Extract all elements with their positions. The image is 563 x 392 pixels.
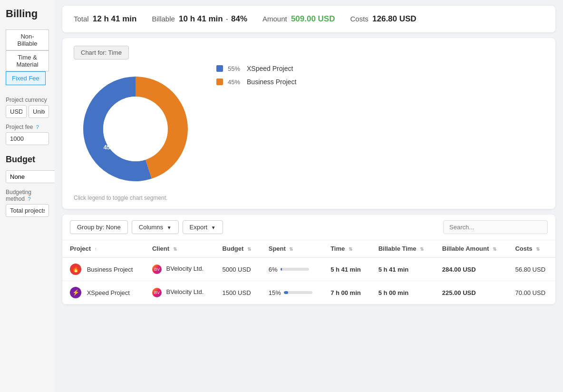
legend-xspeed-color	[216, 65, 223, 72]
client-name-0: BVelocity Ltd.	[166, 265, 204, 272]
cell-time-1: 7 h 00 min	[323, 281, 371, 304]
cell-project-1: ⚡ XSpeed Project	[62, 281, 145, 304]
cell-costs-0: 56.80 USD	[507, 257, 555, 281]
table-toolbar: Group by: None Columns ▼ Export ▼	[62, 215, 555, 240]
blue-pct-label: 55%	[148, 127, 160, 134]
chart-hint: Click legend to toggle chart segment.	[74, 195, 167, 201]
cell-project-0: 🔥 Business Project	[62, 257, 145, 281]
col-project: Project ↑	[62, 240, 145, 258]
chart-for-button[interactable]: Chart for: Time	[74, 46, 129, 59]
project-avatar-0: 🔥	[70, 264, 81, 275]
cell-billable-time-1: 5 h 00 min	[371, 281, 435, 304]
main-content: Total 12 h 41 min Billable 10 h 41 min -…	[55, 0, 563, 392]
budget-title: Budget	[6, 155, 49, 165]
spent-progress-1: 15%	[269, 289, 312, 296]
columns-arrow-icon: ▼	[167, 225, 172, 230]
donut-svg: 45% 55%	[74, 67, 197, 191]
sort-costs-icon[interactable]: ⇅	[536, 246, 540, 252]
sort-client-icon[interactable]: ⇅	[173, 246, 177, 252]
col-time: Time ⇅	[323, 240, 371, 258]
legend-business[interactable]: 45% Business Project	[216, 78, 296, 86]
spent-pct-1: 15%	[269, 289, 281, 296]
stats-row: Total 12 h 41 min Billable 10 h 41 min -…	[74, 14, 544, 24]
sort-billable-time-icon[interactable]: ⇅	[420, 246, 424, 252]
col-billable-amount: Billable Amount ⇅	[435, 240, 508, 258]
cell-billable-amount-0: 284.00 USD	[435, 257, 508, 281]
fee-help-icon: ?	[36, 124, 39, 130]
billable-stat: Billable 10 h 41 min - 84%	[152, 14, 247, 24]
spent-progress-0: 6%	[269, 266, 309, 273]
sidebar-title: Billing	[6, 8, 49, 20]
sort-time-icon[interactable]: ⇅	[349, 246, 352, 252]
col-client: Client ⇅	[145, 240, 215, 258]
col-billable-time: Billable Time ⇅	[371, 240, 435, 258]
cell-billable-time-0: 5 h 41 min	[371, 257, 435, 281]
cell-client-1: BV BVelocity Ltd.	[145, 281, 215, 304]
currency-code-input[interactable]	[6, 105, 27, 118]
orange-pct-label: 45%	[103, 144, 116, 151]
data-table: Project ↑ Client ⇅ Budget ⇅ Spent ⇅	[62, 240, 555, 304]
tab-time-material[interactable]: Time & Material	[6, 50, 49, 71]
cell-billable-amount-1: 225.00 USD	[435, 281, 508, 304]
table-row: 🔥 Business Project BV BVelocity Ltd. 500…	[62, 257, 555, 281]
fee-input[interactable]	[6, 132, 49, 145]
sort-spent-icon[interactable]: ⇅	[289, 246, 293, 252]
progress-bar-1	[284, 291, 312, 294]
columns-button[interactable]: Columns ▼	[132, 220, 179, 234]
budgeting-help-icon: ?	[28, 196, 30, 202]
sort-billable-amount-icon[interactable]: ⇅	[493, 246, 496, 252]
cell-budget-0: 5000 USD	[215, 257, 261, 281]
table-header-row: Project ↑ Client ⇅ Budget ⇅ Spent ⇅	[62, 240, 555, 258]
group-by-button[interactable]: Group by: None	[70, 220, 128, 234]
spent-pct-0: 6%	[269, 266, 278, 273]
cell-time-0: 5 h 41 min	[323, 257, 371, 281]
tab-non-billable[interactable]: Non-Billable	[6, 29, 49, 50]
currency-label: Project currency	[6, 97, 49, 103]
tab-fixed-fee[interactable]: Fixed Fee	[6, 71, 46, 85]
col-spent: Spent ⇅	[261, 240, 323, 258]
budgeting-label: Budgeting method ?	[6, 189, 49, 202]
export-button[interactable]: Export ▼	[183, 220, 223, 234]
project-name-0: Business Project	[87, 266, 133, 273]
table-row: ⚡ XSpeed Project BV BVelocity Ltd. 1500 …	[62, 281, 555, 304]
export-arrow-icon: ▼	[211, 225, 216, 230]
search-input[interactable]	[443, 220, 548, 234]
progress-fill-0	[281, 268, 282, 271]
sort-project-icon[interactable]: ↑	[95, 246, 97, 252]
col-budget: Budget ⇅	[215, 240, 261, 258]
chart-legend: 55% XSpeed Project 45% Business Project	[216, 65, 296, 86]
currency-name-input[interactable]	[29, 105, 49, 118]
col-costs: Costs ⇅	[507, 240, 555, 258]
project-name-1: XSpeed Project	[87, 289, 130, 296]
legend-business-color	[216, 78, 223, 85]
table-body: 🔥 Business Project BV BVelocity Ltd. 500…	[62, 257, 555, 304]
client-avatar-0: BV	[152, 265, 162, 274]
cell-budget-1: 1500 USD	[215, 281, 261, 304]
fee-label: Project fee ?	[6, 124, 49, 130]
cell-spent-0: 6%	[261, 257, 323, 281]
project-avatar-1: ⚡	[70, 287, 81, 298]
client-avatar-1: BV	[152, 288, 162, 297]
cell-spent-1: 15%	[261, 281, 323, 304]
total-label: Total 12 h 41 min	[74, 14, 136, 24]
amount-stat: Amount 509.00 USD	[262, 14, 335, 24]
sidebar: Billing Non-Billable Time & Material Fix…	[0, 0, 55, 392]
budget-row: ▶	[6, 170, 49, 183]
chart-left: Chart for: Time	[74, 46, 197, 201]
progress-bar-0	[281, 268, 309, 271]
budgeting-input[interactable]	[6, 204, 49, 217]
cell-costs-1: 70.00 USD	[507, 281, 555, 304]
cell-client-0: BV BVelocity Ltd.	[145, 257, 215, 281]
stats-card: Total 12 h 41 min Billable 10 h 41 min -…	[62, 6, 555, 32]
table-section: Group by: None Columns ▼ Export ▼ Projec…	[62, 215, 555, 304]
sort-budget-icon[interactable]: ⇅	[247, 246, 251, 252]
donut-chart: 45% 55% 45% 55%	[74, 67, 197, 191]
costs-stat: Costs 126.80 USD	[350, 14, 417, 24]
legend-xspeed[interactable]: 55% XSpeed Project	[216, 65, 296, 72]
client-name-1: BVelocity Ltd.	[166, 288, 204, 295]
progress-fill-1	[284, 291, 288, 294]
billing-tabs: Non-Billable Time & Material Fixed Fee	[6, 29, 49, 85]
chart-card: Chart for: Time	[62, 38, 555, 209]
